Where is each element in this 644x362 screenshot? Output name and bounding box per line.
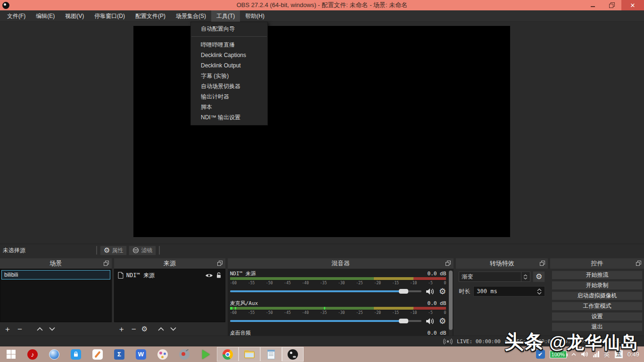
sources-toolbar: + − ⚙ <box>114 322 225 336</box>
menu-edit[interactable]: 编辑(E) <box>31 10 60 22</box>
remove-scene-button[interactable]: − <box>15 325 25 333</box>
scrollbar-thumb[interactable] <box>449 271 453 330</box>
mixer-channel-mic: 麦克风/Aux 0.0 dB -60-55-50-45-40-35-30-25-… <box>230 300 446 325</box>
mixer-channel-desktop: 桌面音频 0.0 dB <box>230 329 446 336</box>
studio-mode-button[interactable]: 工作室模式 <box>552 302 643 311</box>
taskbar-palette-app-icon[interactable] <box>152 347 173 362</box>
combo-spinner[interactable] <box>521 272 528 281</box>
source-item-ndi[interactable]: NDI™ 来源 <box>116 270 224 280</box>
menu-scene-collection[interactable]: 场景集合(S) <box>171 10 211 22</box>
controls-panel: 控件 开始推流 开始录制 启动虚拟摄像机 工作室模式 设置 退出 <box>550 258 644 336</box>
popout-icon[interactable] <box>217 261 223 266</box>
watermark-brand: 头条 <box>504 331 544 353</box>
remove-source-button[interactable]: − <box>129 325 139 333</box>
menu-bar: 文件(F) 编辑(E) 视图(V) 停靠窗口(D) 配置文件(P) 场景集合(S… <box>0 10 644 22</box>
taskbar-file-explorer-icon[interactable] <box>239 347 260 362</box>
taskbar-app-store-icon[interactable] <box>65 347 87 362</box>
tools-menu-captions-experimental[interactable]: 字幕 (实验) <box>191 71 267 81</box>
mixer-scrollbar[interactable] <box>449 271 453 336</box>
start-virtual-camera-button[interactable]: 启动虚拟摄像机 <box>552 291 643 300</box>
volume-slider-handle[interactable] <box>399 289 408 294</box>
duration-input[interactable]: 300 ms <box>473 286 545 296</box>
taskbar-chrome-icon[interactable] <box>217 347 239 362</box>
add-scene-button[interactable]: + <box>3 325 12 333</box>
speaker-icon[interactable] <box>426 318 435 325</box>
taskbar-netease-music-icon[interactable]: ♪ <box>22 347 43 362</box>
taskbar-wps-word-icon[interactable]: W <box>130 347 152 362</box>
popout-icon[interactable] <box>540 261 545 266</box>
taskbar-screen-recorder-icon[interactable] <box>173 347 195 362</box>
taskbar-obs-icon[interactable] <box>282 347 304 362</box>
start-recording-button[interactable]: 开始录制 <box>552 281 643 290</box>
move-scene-down-button[interactable] <box>49 327 58 331</box>
meter-scale: -60-55-50-45-40-35-30-25-20-15-10-50 <box>230 280 446 285</box>
tools-menu-decklink-captions[interactable]: Decklink Captions <box>191 50 267 60</box>
channel-settings-gear-icon[interactable]: ⚙ <box>439 317 446 325</box>
live-signal-icon <box>443 338 453 345</box>
transition-select[interactable]: 渐变 <box>459 272 530 282</box>
menu-file[interactable]: 文件(F) <box>2 10 31 22</box>
add-source-button[interactable]: + <box>117 325 126 333</box>
lock-icon[interactable] <box>216 272 222 279</box>
scenes-panel: 场景 bilibili + − <box>0 258 112 336</box>
menu-tools[interactable]: 工具(T) <box>211 10 240 22</box>
obs-window: OBS 27.2.4 (64-bit, windows) - 配置文件: 未命名… <box>0 0 644 362</box>
scene-item-bilibili[interactable]: bilibili <box>1 270 110 280</box>
gear-icon: ⚙ <box>104 247 110 254</box>
visibility-eye-icon[interactable] <box>205 273 213 278</box>
taskbar-notepad-icon[interactable] <box>260 347 282 362</box>
tools-menu-bilibili-live[interactable]: 哔哩哔哩直播 <box>191 40 267 50</box>
volume-slider-handle[interactable] <box>399 319 408 323</box>
tools-menu-scripts[interactable]: 脚本 <box>191 102 267 112</box>
taskbar-browser-icon[interactable] <box>43 347 65 362</box>
menu-view[interactable]: 视图(V) <box>60 10 89 22</box>
tools-menu-auto-scene-switcher[interactable]: 自动场景切换器 <box>191 81 267 91</box>
menu-profile[interactable]: 配置文件(P) <box>130 10 171 22</box>
source-properties-gear-icon[interactable]: ⚙ <box>141 326 148 333</box>
tools-menu-ndi-output[interactable]: NDI™ 输出设置 <box>191 112 267 123</box>
tools-menu-auto-config[interactable]: 自动配置向导 <box>191 24 267 34</box>
tools-dropdown-menu: 自动配置向导 哔哩哔哩直播 Decklink Captions Decklink… <box>190 22 268 125</box>
toutiao-watermark: 头条 @龙华仙岛 <box>504 329 638 355</box>
main-area <box>0 22 644 244</box>
taskbar-video-player-icon[interactable] <box>195 347 217 362</box>
transition-settings-button[interactable]: ⚙ <box>533 271 545 282</box>
channel-name: 桌面音频 <box>230 329 251 336</box>
transitions-panel: 转场特效 渐变 ⚙ <box>456 258 548 336</box>
settings-button[interactable]: 设置 <box>552 312 643 321</box>
filters-button[interactable]: 滤镜 <box>129 246 156 255</box>
minimize-button[interactable] <box>584 0 603 10</box>
toolbar-separator <box>159 246 160 255</box>
properties-button[interactable]: ⚙ 属性 <box>100 246 127 255</box>
move-source-down-button[interactable] <box>170 327 180 331</box>
speaker-icon[interactable] <box>426 288 435 295</box>
volume-slider[interactable] <box>230 320 421 322</box>
channel-settings-gear-icon[interactable]: ⚙ <box>439 288 446 296</box>
volume-meter <box>230 307 446 310</box>
popout-icon[interactable] <box>636 261 641 266</box>
close-button[interactable]: ✕ <box>621 0 644 10</box>
volume-slider[interactable] <box>230 290 421 292</box>
channel-db-value: 0.0 dB <box>428 300 446 306</box>
channel-name: NDI™ 来源 <box>230 270 256 277</box>
menu-help[interactable]: 帮助(H) <box>240 10 270 22</box>
duration-spinner[interactable] <box>537 288 542 295</box>
window-title: OBS 27.2.4 (64-bit, windows) - 配置文件: 未命名… <box>0 1 644 9</box>
mixer-panel: 混音器 NDI™ 来源 0.0 dB -60-55-50-45-40-35-30… <box>228 258 454 336</box>
move-source-up-button[interactable] <box>158 327 167 331</box>
start-button[interactable] <box>0 347 22 362</box>
popout-icon[interactable] <box>104 261 109 266</box>
transitions-header: 转场特效 <box>456 258 548 269</box>
restore-button[interactable] <box>603 0 621 10</box>
taskbar-sigma-app-icon[interactable]: Σ <box>108 347 130 362</box>
move-scene-up-button[interactable] <box>37 327 46 331</box>
popout-icon[interactable] <box>446 261 451 266</box>
channel-db-value: 0.0 dB <box>428 271 446 277</box>
tools-menu-decklink-output[interactable]: Decklink Output <box>191 60 267 71</box>
tools-menu-output-timer[interactable]: 输出计时器 <box>191 91 267 102</box>
menu-separator <box>191 36 267 37</box>
scenes-header: 场景 <box>0 258 112 269</box>
taskbar-editor-pen-icon[interactable] <box>87 347 108 362</box>
menu-docks[interactable]: 停靠窗口(D) <box>89 10 130 22</box>
start-streaming-button[interactable]: 开始推流 <box>552 271 643 280</box>
